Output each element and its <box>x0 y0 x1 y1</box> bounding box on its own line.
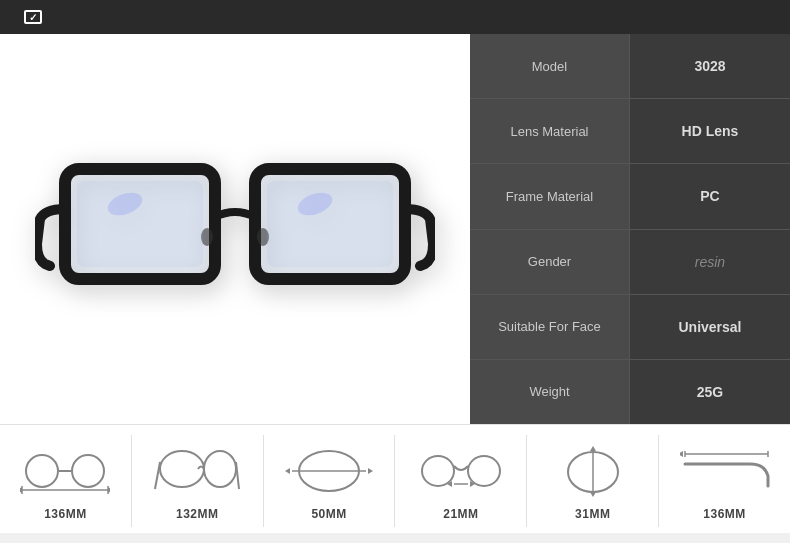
main-content: Model 3028 Lens Material HD Lens Frame M… <box>0 34 790 424</box>
product-info-header: ✓ <box>0 0 790 34</box>
dimension-item-0: 136MM <box>0 435 132 527</box>
info-row-3: Gender resin <box>470 230 790 295</box>
dimension-item-5: 136MM <box>659 435 790 527</box>
svg-line-18 <box>155 462 160 489</box>
dim-label-0: 136MM <box>44 507 87 521</box>
info-table: Model 3028 Lens Material HD Lens Frame M… <box>470 34 790 424</box>
svg-point-9 <box>72 455 104 487</box>
info-value-5: 25G <box>630 360 790 424</box>
dimension-item-2: 50MM <box>264 435 396 527</box>
dimension-item-4: 31MM <box>527 435 659 527</box>
info-label-2: Frame Material <box>470 164 630 228</box>
svg-point-16 <box>160 451 204 487</box>
dim-label-5: 136MM <box>703 507 746 521</box>
dimension-item-3: 21MM <box>395 435 527 527</box>
header-checkmark-icon: ✓ <box>24 10 42 24</box>
svg-rect-4 <box>77 181 203 267</box>
info-row-4: Suitable For Face Universal <box>470 295 790 360</box>
svg-marker-31 <box>590 446 596 451</box>
dim-icon-5 <box>675 441 775 501</box>
dim-icon-0 <box>15 441 115 501</box>
svg-point-24 <box>422 456 454 486</box>
dim-label-1: 132MM <box>176 507 219 521</box>
product-image <box>25 69 445 389</box>
svg-marker-23 <box>368 468 373 474</box>
dim-label-2: 50MM <box>311 507 346 521</box>
svg-point-8 <box>26 455 58 487</box>
info-value-0: 3028 <box>630 34 790 98</box>
dim-icon-4 <box>543 441 643 501</box>
product-image-area <box>0 34 470 424</box>
dimensions-bar: 136MM 132MM 50MM 21MM <box>0 424 790 533</box>
dimension-item-1: 132MM <box>132 435 264 527</box>
info-value-1: HD Lens <box>630 99 790 163</box>
svg-point-17 <box>204 451 236 487</box>
svg-marker-34 <box>680 451 683 457</box>
info-label-1: Lens Material <box>470 99 630 163</box>
info-value-3: resin <box>630 230 790 294</box>
dim-label-3: 21MM <box>443 507 478 521</box>
info-row-0: Model 3028 <box>470 34 790 99</box>
dim-icon-3 <box>411 441 511 501</box>
info-row-5: Weight 25G <box>470 360 790 424</box>
svg-rect-5 <box>267 181 393 267</box>
svg-marker-22 <box>285 468 290 474</box>
info-value-4: Universal <box>630 295 790 359</box>
info-value-2: PC <box>630 164 790 228</box>
dim-icon-2 <box>279 441 379 501</box>
info-row-1: Lens Material HD Lens <box>470 99 790 164</box>
svg-point-25 <box>468 456 500 486</box>
info-label-0: Model <box>470 34 630 98</box>
info-label-4: Suitable For Face <box>470 295 630 359</box>
info-row-2: Frame Material PC <box>470 164 790 229</box>
info-label-5: Weight <box>470 360 630 424</box>
glasses-svg <box>35 99 435 359</box>
svg-line-19 <box>236 462 239 489</box>
dim-icon-1 <box>147 441 247 501</box>
info-label-3: Gender <box>470 230 630 294</box>
svg-marker-32 <box>590 492 596 497</box>
dim-label-4: 31MM <box>575 507 610 521</box>
